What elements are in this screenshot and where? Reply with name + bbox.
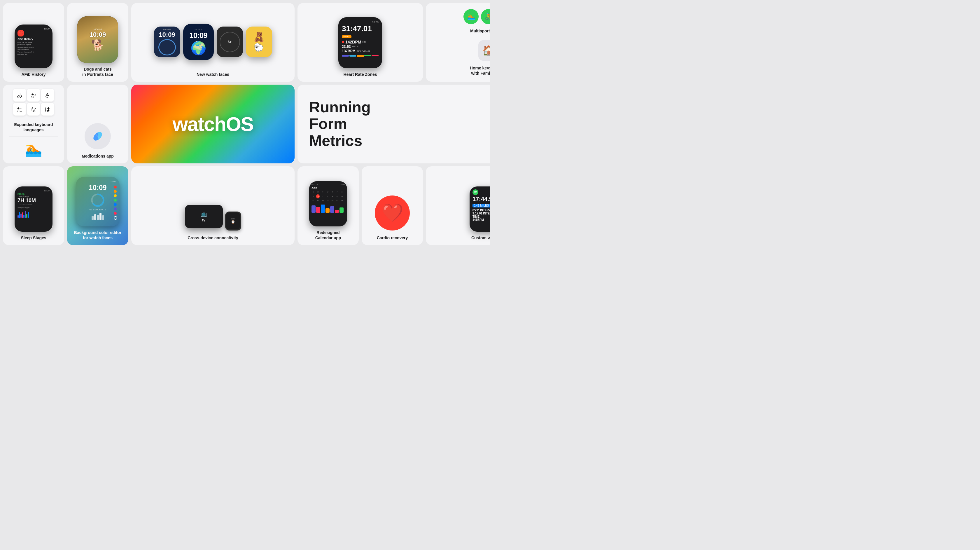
hr-avg-label: ZONE AVERAGE	[357, 50, 371, 52]
bg-editor-ring	[80, 193, 116, 207]
kb-key-ha: は	[41, 103, 54, 116]
appletv-logo-area: 📺 tv	[200, 210, 207, 222]
pill-svg	[89, 128, 106, 144]
cw-pace1: 8'29" INTERVAL PACE	[473, 209, 490, 212]
watch-faces-label: New watch faces	[197, 72, 229, 77]
multisport-section: 🏊 🚴 🏃 Multisport workout	[459, 3, 490, 37]
cw-watch: W 10:09 17:44.93 0.41 MILES LEFT 8'29" I…	[469, 187, 490, 232]
sleep-card-label: Sleep Stages	[21, 235, 46, 241]
cw-badge: W	[473, 190, 478, 195]
running-text: RunningFormMetrics	[309, 99, 371, 149]
medications-label: Medications app	[82, 153, 114, 159]
keyboard-label: Expanded keyboardlanguages	[14, 122, 53, 132]
afib-icon: ❤️	[18, 30, 24, 37]
afib-body: Over the last week, your heart rhythm sh…	[18, 41, 49, 56]
calendar-card: 6/5 – 6/11 10:09 June SMTWTFS 567891011 …	[298, 166, 359, 245]
hr-time-in: 23:53	[342, 45, 351, 49]
sleep-chart	[18, 210, 49, 218]
bg-color-dots	[114, 186, 117, 220]
bg-editor-watch: 10:09 10:09 UV 3 MODERATE	[76, 177, 119, 226]
medications-card: Medications app	[67, 84, 128, 163]
watchos-hero-card: watchOS	[131, 84, 294, 163]
appletv-label: tv	[202, 218, 205, 222]
cardio-label: Cardio recovery	[377, 235, 408, 241]
bg-editor-uv: UV 3 MODERATE	[80, 209, 116, 210]
cal-title: June	[312, 187, 345, 189]
dogs-label: Dogs and catsin Portraits face	[82, 67, 113, 77]
kb-key-ka: か	[27, 89, 40, 102]
kb-key-a: あ	[13, 89, 26, 102]
medications-icon	[84, 123, 111, 149]
bg-editor-label: Background color editorfor watch faces	[74, 230, 122, 241]
appletv-text: 📺	[200, 210, 207, 217]
sleep-time-asleep: Time Asleep	[18, 196, 49, 198]
cw-pace2: 9:17.01 INTERVAL TIME	[473, 212, 490, 218]
bike-icon: 🚴	[481, 9, 490, 24]
cal-watch: 6/5 – 6/11 10:09 June SMTWTFS 567891011 …	[309, 181, 347, 226]
cw-miles-label: MILES LEFT	[480, 204, 490, 207]
kickboard-section: 🏊 Kickboard detection	[10, 137, 57, 163]
color-dot-pink	[114, 212, 117, 215]
bg-editor-time: 10:09	[80, 180, 116, 183]
custom-workouts-card: W 10:09 17:44.93 0.41 MILES LEFT 8'29" I…	[426, 166, 490, 245]
watch-face-4: 🧸 🐑	[246, 27, 272, 57]
cw-main-time: 17:44.93	[473, 196, 490, 202]
kb-key-sa: さ	[41, 89, 54, 102]
home-keys-label: Home keys for kidswith Family Setup	[470, 65, 490, 76]
cw-w-icon: W	[474, 191, 477, 194]
watch-faces-container: MON 6 10:09 MON 6 10:09 🌍	[136, 14, 290, 69]
bg-editor-clock: 10:09	[80, 183, 116, 192]
cal-date-range: 6/5 – 6/11	[312, 183, 321, 186]
hr-bpm1: 142BPM	[345, 40, 361, 45]
cw-header: W 10:09	[473, 190, 490, 195]
sleep-card: 10:09 Sleep Time Asleep 7H 10M 11:00PM –…	[3, 166, 64, 245]
watch-face-2: MON 6 10:09 🌍	[183, 24, 214, 60]
heart-rate-label: Heart Rate Zones	[343, 72, 377, 77]
swim-kickboard-icon: 🏊	[25, 141, 42, 157]
cal-bars	[312, 204, 345, 213]
color-dot-purple	[114, 207, 117, 210]
mini-watch-screen: 10:09 ⌚	[226, 212, 240, 230]
hr-bpm1-label: HR	[362, 41, 366, 43]
watch-faces-card: MON 6 10:09 MON 6 10:09 🌍	[131, 3, 294, 82]
color-dot-selected	[114, 216, 117, 220]
afib-time: 10:09	[18, 27, 49, 30]
hr-bpm2: 137BPM	[342, 49, 356, 53]
hr-time: 10:09	[342, 21, 379, 24]
dogs-date: MON 6	[94, 28, 102, 31]
bg-editor-card: 10:09 10:09 UV 3 MODERATE	[67, 166, 128, 245]
hr-watch: 10:09 31:47.01 ZONE 3 142BPM HR 23:53 TI…	[338, 17, 382, 68]
cw-bpm: 141BPM	[473, 218, 490, 222]
hr-zone-badge: ZONE 3	[342, 35, 352, 38]
mini-watch: 10:09 ⌚	[225, 212, 241, 231]
cal-time: 10:09	[339, 183, 345, 186]
home-keys-section: 🏠 Home keys for kidswith Family Setup	[465, 37, 490, 82]
keyboard-card: あ か さ た な は Expanded keyboardlanguages 🏊…	[3, 84, 64, 163]
cw-miles: 0.41	[474, 204, 479, 207]
hr-main-time: 31:47.01	[342, 24, 379, 33]
cw-blue-badge: 0.41 MILES LEFT	[473, 204, 490, 207]
sleep-hours: 7H 10M	[18, 198, 49, 204]
swim-icon: 🏊	[463, 9, 479, 24]
cross-device-label: Cross-device connectivity	[188, 235, 238, 241]
appletv-box: 📺 tv	[185, 205, 223, 228]
afib-card: 10:09 ❤️ AFib History Over the last week…	[3, 3, 64, 82]
watchos-background: watchOS	[131, 84, 294, 163]
watch-face-3: 6+	[217, 27, 243, 57]
sleep-times: 11:00PM – 6:16AM	[18, 204, 49, 206]
home-key-icon: 🏠	[478, 40, 490, 61]
afib-title: AFib History	[18, 38, 49, 41]
dogs-watch: MON 6 10:09 🐕	[77, 16, 118, 63]
cal-header: 6/5 – 6/11 10:09	[312, 183, 345, 186]
sleep-label: Sleep	[18, 193, 49, 196]
color-dot-yellow	[114, 194, 117, 197]
sleep-time: 10:09	[18, 190, 49, 192]
color-dot-blue	[114, 203, 117, 206]
cardio-card: ❤️ Cardio recovery	[362, 166, 423, 245]
multisport-icons: 🏊 🚴 🏃	[463, 9, 490, 24]
watchos-text: watchOS	[173, 113, 253, 136]
kb-key-na: な	[27, 103, 40, 116]
multisport-label: Multisport workout	[470, 28, 490, 33]
cardio-icon: ❤️	[375, 196, 410, 231]
appletv-combo: 📺 tv 10:09 ⌚	[185, 205, 241, 231]
